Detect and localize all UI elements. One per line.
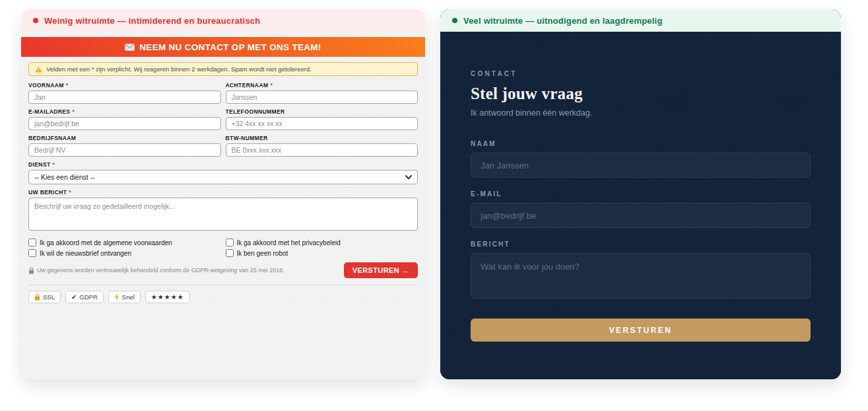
- divider: [28, 285, 418, 285]
- gdpr-note-text: Uw gegevens worden vertrouwelijk behande…: [37, 267, 284, 274]
- right-panel-tag: Veel witruimte — uitnodigend en laagdrem…: [440, 9, 841, 32]
- gdpr-note: Uw gegevens worden vertrouwelijk behande…: [28, 267, 284, 274]
- badge-snel: Snel: [108, 291, 141, 303]
- checkbox-input[interactable]: [28, 239, 36, 246]
- emailadres-input[interactable]: [28, 117, 221, 130]
- field-emailadres: E-MAILADRES*: [28, 108, 221, 130]
- lightning-icon: [114, 293, 119, 301]
- lock-icon: [28, 267, 34, 274]
- dark-contact-card: CONTACT Stel jouw vraag Ik antwoord binn…: [440, 32, 841, 379]
- required-asterisk: *: [66, 82, 69, 89]
- checkbox-input[interactable]: [28, 249, 36, 257]
- field-label: VOORNAAM: [28, 82, 64, 89]
- bedrijfsnaam-input[interactable]: [28, 143, 221, 157]
- field-telefoonnummer: TELEFOONNUMMER: [226, 108, 418, 130]
- field-label: BTW-NUMMER: [226, 135, 268, 141]
- contact-banner: NEEM NU CONTACT OP MET ONS TEAM!: [21, 37, 425, 57]
- badge-label: SSL: [43, 293, 55, 301]
- contact-eyebrow: CONTACT: [471, 32, 811, 77]
- required-fields-warning: Velden met een * zijn verplicht. Wij rea…: [28, 62, 418, 76]
- field-label: ACHTERNAAM: [226, 82, 269, 89]
- green-dot-icon: [452, 18, 457, 23]
- naam-label: NAAM: [471, 140, 811, 147]
- check-icon: ✔: [71, 293, 77, 301]
- field-label: UW BERICHT: [28, 189, 67, 196]
- left-panel-tag-label: Weinig witruimte — intimiderend en burea…: [44, 16, 260, 26]
- naam-input[interactable]: [471, 153, 811, 178]
- required-asterisk: *: [270, 82, 273, 89]
- checkbox-privacybeleid[interactable]: Ik ga akkoord met het privacybeleid: [226, 239, 418, 246]
- stars-icon: ★★★★★: [151, 293, 184, 301]
- required-asterisk: *: [72, 108, 75, 115]
- badge-label: Snel: [122, 293, 135, 301]
- page-title: Stel jouw vraag: [471, 85, 811, 103]
- btw-nummer-input[interactable]: [226, 143, 418, 157]
- versturen-button[interactable]: VERSTUREN →: [344, 262, 418, 278]
- email-input[interactable]: [471, 203, 811, 228]
- email-label: E-MAIL: [471, 190, 811, 198]
- achternaam-input[interactable]: [226, 91, 418, 104]
- dienst-selected-value: -- Kies een dienst --: [34, 173, 95, 181]
- checkbox-label: Ik ga akkoord met het privacybeleid: [237, 239, 341, 246]
- field-bedrijfsnaam: BEDRIJFSNAAM: [28, 135, 221, 157]
- checkbox-input[interactable]: [226, 249, 234, 257]
- badge-label: GDPR: [79, 293, 97, 301]
- field-label: BEDRIJFSNAAM: [28, 135, 76, 141]
- required-asterisk: *: [53, 161, 55, 168]
- spacious-form-panel: Veel witruimte — uitnodigend en laagdrem…: [440, 9, 841, 379]
- field-label: TELEFOONNUMMER: [226, 108, 285, 115]
- response-time-subtitle: Ik antwoord binnen één werkdag.: [471, 108, 811, 118]
- checkbox-label: Ik ben geen robot: [237, 250, 288, 257]
- field-achternaam: ACHTERNAAM*: [226, 82, 418, 104]
- red-dot-icon: [33, 18, 38, 23]
- checkbox-geen-robot[interactable]: Ik ben geen robot: [226, 249, 418, 257]
- field-voornaam: VOORNAAM*: [28, 82, 221, 104]
- field-label: E-MAILADRES: [28, 108, 70, 115]
- checkbox-nieuwsbrief[interactable]: Ik wil de nieuwsbrief ontvangen: [28, 249, 221, 257]
- telefoonnummer-input[interactable]: [226, 117, 418, 130]
- required-asterisk: *: [69, 189, 71, 196]
- field-uw-bericht: UW BERICHT*: [28, 189, 418, 233]
- checkbox-label: Ik wil de nieuwsbrief ontvangen: [40, 250, 131, 257]
- contact-banner-label: NEEM NU CONTACT OP MET ONS TEAM!: [139, 42, 321, 52]
- bericht-label: BERICHT: [471, 241, 811, 248]
- checkbox-algemene-voorwaarden[interactable]: Ik ga akkoord met de algemene voorwaarde…: [28, 239, 221, 246]
- envelope-icon: [125, 44, 135, 51]
- field-label: DIENST: [28, 161, 51, 168]
- warning-text: Velden met een * zijn verplicht. Wij rea…: [46, 65, 312, 73]
- badge-ssl: SSL: [28, 291, 61, 303]
- lock-icon: [34, 293, 40, 301]
- checkbox-label: Ik ga akkoord met de algemene voorwaarde…: [40, 239, 172, 246]
- badge-gdpr: ✔ GDPR: [65, 291, 104, 303]
- field-dienst: DIENST* -- Kies een dienst --: [28, 161, 418, 184]
- chevron-down-icon: [405, 175, 412, 180]
- voornaam-input[interactable]: [28, 91, 221, 104]
- dienst-select[interactable]: -- Kies een dienst --: [28, 170, 418, 184]
- right-panel-tag-label: Veel witruimte — uitnodigend en laagdrem…: [463, 16, 663, 26]
- cramped-form-panel: Weinig witruimte — intimiderend en burea…: [21, 9, 425, 379]
- bericht-textarea[interactable]: [28, 198, 418, 231]
- badge-stars: ★★★★★: [145, 291, 190, 303]
- versturen-button[interactable]: VERSTUREN: [471, 318, 811, 342]
- warning-icon: [35, 66, 42, 73]
- field-btw-nummer: BTW-NUMMER: [226, 135, 418, 157]
- checkbox-input[interactable]: [226, 239, 234, 246]
- left-panel-tag: Weinig witruimte — intimiderend en burea…: [21, 9, 425, 32]
- bericht-textarea[interactable]: [471, 253, 811, 299]
